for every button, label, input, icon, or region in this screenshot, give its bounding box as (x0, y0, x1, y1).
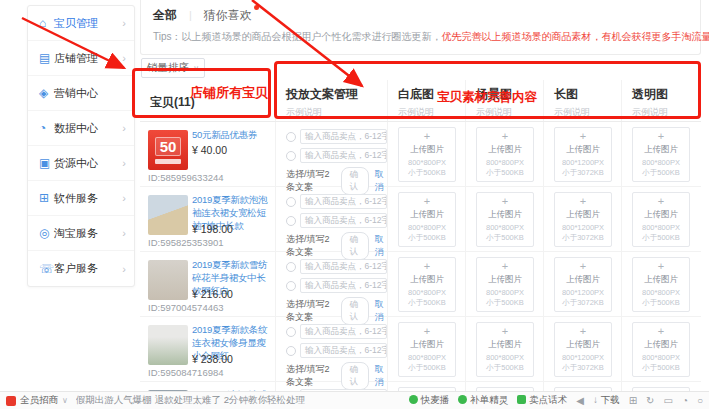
chevron-right-icon: › (122, 52, 126, 64)
promo-link[interactable]: 全员招商 (20, 394, 58, 407)
footer-item-kuaimaibo[interactable]: 快麦播 (409, 394, 450, 407)
copy-input[interactable]: 输入商品卖点，6-12字 (300, 194, 387, 209)
footer-toolbar: 全员招商 ∨ 假期出游人气爆棚 退款处理太难了 2分钟教你轻松处理 快麦播 补单… (0, 391, 709, 409)
sidebar-item-supply-center[interactable]: ▣ 货源中心 › (28, 146, 134, 181)
circle-icon[interactable]: ○ (697, 395, 703, 406)
upload-transparent-button[interactable]: + 上传图片 800*800PX小于500KB (632, 192, 690, 247)
copy-checkbox[interactable] (286, 151, 296, 161)
copy-checkbox[interactable] (286, 327, 296, 337)
upload-transparent-button[interactable]: + 上传图片 800*800PX小于500KB (632, 127, 690, 182)
table-row: 50 50元新品优惠券 ¥ 40.00 ID:585959633244 输入商品… (140, 122, 701, 187)
product-price: ¥ 198.00 (192, 223, 233, 235)
upload-long-button[interactable]: + 上传图片 800*1200PX小于3072KB (554, 322, 612, 377)
example-note[interactable]: 示例说明 (398, 106, 465, 119)
chevron-down-icon[interactable]: ∨ (62, 396, 68, 405)
upload-white-bg-button[interactable]: + 上传图片 800*800PX小于500KB (398, 192, 456, 247)
copy-checkbox[interactable] (286, 281, 296, 291)
product-id: ID:597004574463 (148, 302, 224, 313)
plus-icon: + (424, 196, 430, 207)
tab-all[interactable]: 全部 (153, 7, 177, 24)
sort-select[interactable]: 销量排序 ∨ (141, 58, 205, 78)
plus-icon: + (502, 326, 508, 337)
copy-input[interactable]: 输入商品卖点，6-12字 (300, 343, 387, 358)
upload-scene-button[interactable]: + 上传图片 800*800PX小于500KB (476, 257, 534, 312)
copy-input[interactable]: 输入商品卖点，6-12字 (300, 324, 387, 339)
upload-long-button[interactable]: + 上传图片 800*1200PX小于3072KB (554, 257, 612, 312)
news-ticker[interactable]: 假期出游人气爆棚 退款处理太难了 2分钟教你轻松处理 (76, 394, 409, 407)
product-cell: 2019夏季新款雪纺碎花半身裙女中长款网红白 ¥ 216.00 ID:59700… (140, 252, 275, 316)
example-note[interactable]: 示例说明 (554, 106, 621, 119)
customer-service-icon: ☏ (39, 262, 54, 276)
copy-input[interactable]: 输入商品卖点，6-12字 (300, 129, 387, 144)
sidebar-item-taobao-service[interactable]: ◎ 淘宝服务 › (28, 216, 134, 251)
plus-icon: + (502, 261, 508, 272)
upload-white-bg-button[interactable]: + 上传图片 800*800PX小于500KB (398, 322, 456, 377)
upload-scene-button[interactable]: + 上传图片 800*800PX小于500KB (476, 322, 534, 377)
tab-guess-you-like[interactable]: 猜你喜欢 (204, 7, 252, 24)
upload-scene-button[interactable]: + 上传图片 800*800PX小于500KB (476, 192, 534, 247)
footer-item-maidian[interactable]: 卖点话术 (517, 394, 567, 407)
upload-white-bg-button[interactable]: + 上传图片 800*800PX小于500KB (398, 127, 456, 182)
copy-input[interactable]: 输入商品卖点，6-12字 (300, 148, 387, 163)
footer-item-budan[interactable]: 补单精灵 (458, 394, 508, 407)
product-image[interactable] (148, 260, 188, 300)
taobao-service-icon: ◎ (39, 226, 54, 240)
data-center-icon: ◔ (39, 121, 54, 135)
sidebar-item-data-center[interactable]: ◔ 数据中心 › (28, 111, 134, 146)
copy-checkbox[interactable] (286, 346, 296, 356)
upload-white-bg-button[interactable]: + 上传图片 800*800PX小于500KB (398, 257, 456, 312)
copy-checkbox[interactable] (286, 216, 296, 226)
copy-checkbox[interactable] (286, 197, 296, 207)
refresh-icon[interactable]: ↻ (646, 395, 654, 406)
channel-panel: 全部 | 猜你喜欢 Tips：以上频道场景的商品会根据用户个性化需求进行圈选更新… (140, 0, 701, 55)
upload-long-button[interactable]: + 上传图片 800*1200PX小于3072KB (554, 192, 612, 247)
sidebar-item-marketing-center[interactable]: ◈ 营销中心 (28, 76, 134, 111)
sidebar-item-customer-service[interactable]: ☏ 客户服务 › (28, 251, 134, 286)
product-id: ID:585959633244 (148, 172, 224, 183)
green-dot-icon (409, 395, 418, 404)
sidebar-item-baby-manage[interactable]: ⌂ 宝贝管理 › (28, 6, 134, 41)
product-title-link[interactable]: 50元新品优惠券 (192, 129, 272, 142)
sidebar-item-label: 宝贝管理 (54, 16, 122, 31)
product-image[interactable] (148, 195, 188, 235)
upload-long-button[interactable]: + 上传图片 800*1200PX小于3072KB (554, 127, 612, 182)
clock-icon[interactable]: ◔ (682, 395, 688, 406)
chevron-right-icon: › (122, 17, 126, 29)
upload-scene-button[interactable]: + 上传图片 800*800PX小于500KB (476, 127, 534, 182)
plus-icon: + (658, 196, 664, 207)
upload-transparent-button[interactable]: + 上传图片 800*800PX小于500KB (632, 257, 690, 312)
annotation-text-baby: 店铺所有宝贝 (190, 84, 268, 102)
copy-input[interactable]: 输入商品卖点，6-12字 (300, 213, 387, 228)
header-copy-manage: 投放文案管理 示例说明 (275, 80, 387, 121)
window-icon[interactable]: ▭ (663, 395, 672, 406)
sidebar-item-label: 店铺管理 (54, 51, 122, 66)
copy-checkbox[interactable] (286, 262, 296, 272)
upload-transparent-button[interactable]: + 上传图片 800*800PX小于500KB (632, 322, 690, 377)
product-image[interactable] (148, 325, 188, 365)
table-row: 2019夏季新款泡泡袖连衣裙女宽松短袖T恤中长款 ¥ 198.00 ID:595… (140, 187, 701, 252)
download-button[interactable]: ↓ 下载 (593, 394, 620, 407)
copy-input[interactable]: 输入商品卖点，6-12字 (300, 259, 387, 274)
sidebar-item-label: 数据中心 (54, 121, 122, 136)
copy-input[interactable]: 输入商品卖点，6-12字 (300, 278, 387, 293)
sidebar-item-shop-manage[interactable]: ▤ 店铺管理 › (28, 41, 134, 76)
back-icon[interactable]: ◀ (576, 395, 584, 406)
example-note[interactable]: 示例说明 (632, 106, 700, 119)
example-note[interactable]: 示例说明 (476, 106, 543, 119)
plus-icon: + (502, 131, 508, 142)
chevron-right-icon: › (122, 192, 126, 204)
plus-icon: + (658, 261, 664, 272)
apps-grid-icon[interactable]: ⊞ (629, 395, 637, 406)
sidebar-item-software-service[interactable]: ⊞ 软件服务 › (28, 181, 134, 216)
product-image[interactable]: 50 (148, 130, 188, 170)
copy-checkbox[interactable] (286, 132, 296, 142)
table-row: 2019夏季新款条纹连衣裙女修身显瘦小众网红 ¥ 238.00 ID:59508… (140, 317, 701, 382)
new-badge-dot (254, 5, 259, 10)
annotation-text-material: 宝贝素材完善内容 (437, 89, 537, 106)
sidebar-item-label: 营销中心 (54, 86, 126, 101)
product-price: ¥ 40.00 (192, 144, 227, 156)
shop-manage-icon: ▤ (39, 51, 54, 65)
chevron-right-icon: › (122, 227, 126, 239)
example-note[interactable]: 示例说明 (286, 106, 387, 119)
plus-icon: + (658, 131, 664, 142)
